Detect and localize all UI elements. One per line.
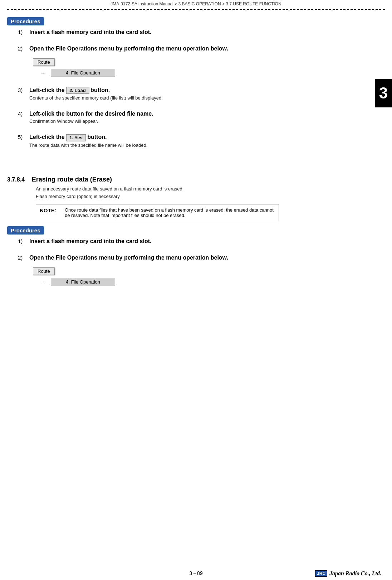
route-button-1[interactable]: Route <box>33 58 55 66</box>
step-1: 1) Insert a flash memory card into the c… <box>7 29 385 35</box>
step-2-num: 2) <box>18 45 29 77</box>
step-4-num: 4) <box>18 111 29 124</box>
step-5-num: 5) <box>18 134 29 148</box>
step-5: 5) Left-click the 1. Yes button. The rou… <box>7 134 385 148</box>
yes-button[interactable]: 1. Yes <box>66 134 86 141</box>
step-4-content: Left-click the button for the desired fi… <box>29 111 385 124</box>
section-378-heading: 3.7.8.4 Erasing route data (Erase) <box>7 176 385 183</box>
step-s2-2-num: 2) <box>18 255 29 286</box>
step-s2-1-content: Insert a flash memory card into the card… <box>29 238 385 245</box>
section-378-num: 3.7.8.4 <box>7 177 25 183</box>
procedures-badge-2: Procedures <box>7 226 44 235</box>
company-logo: JRC Japan Radio Co., Ltd. <box>315 570 381 577</box>
step-3-content: Left-click the 2. Load button. Contents … <box>29 87 385 101</box>
step-5-desc: The route data with the specified file n… <box>29 142 385 148</box>
step-1-title: Insert a flash memory card into the card… <box>29 29 385 35</box>
step-s2-2-content: Open the File Operations menu by perform… <box>29 255 385 286</box>
step-3-title: Left-click the 2. Load button. <box>29 87 385 94</box>
note-box: NOTE: Once route data files that have be… <box>36 204 279 221</box>
arrow-icon-1: → <box>40 70 46 76</box>
step-3: 3) Left-click the 2. Load button. Conten… <box>7 87 385 101</box>
step-s2-2-title: Open the File Operations menu by perform… <box>29 255 385 261</box>
section-378-title: Erasing route data (Erase) <box>32 176 112 183</box>
step-4-title: Left-click the button for the desired fi… <box>29 111 385 117</box>
file-operation-button-2[interactable]: 4. File Operation <box>51 278 115 286</box>
step-s2-1-num: 1) <box>18 238 29 245</box>
breadcrumb: JMA-9172-SA Instruction Manual > 3.BASIC… <box>0 0 392 7</box>
jrc-badge: JRC <box>315 570 327 577</box>
main-content: Procedures 1) Insert a flash memory card… <box>7 10 385 286</box>
arrow-row-2: → 4. File Operation <box>33 278 385 286</box>
section-378-desc2: Flash memory card (option) is necessary. <box>36 194 385 199</box>
company-name: Japan Radio Co., Ltd. <box>329 570 381 577</box>
step-2-title: Open the File Operations menu by perform… <box>29 45 385 52</box>
step-1-num: 1) <box>18 29 29 35</box>
file-operation-button-1[interactable]: 4. File Operation <box>51 69 115 77</box>
step-5-content: Left-click the 1. Yes button. The route … <box>29 134 385 148</box>
section-378-desc1: An unnecessary route data file saved on … <box>36 186 385 192</box>
step-2-content: Open the File Operations menu by perform… <box>29 45 385 77</box>
step-3-desc: Contents of the specified memory card (f… <box>29 95 385 101</box>
chapter-tab: 3 <box>375 79 392 107</box>
step-4-desc: Confirmation Window will appear. <box>29 119 385 124</box>
step-s2-1: 1) Insert a flash memory card into the c… <box>7 238 385 245</box>
page-number: 3－89 <box>189 570 202 577</box>
note-text: Once route data files that have been sav… <box>65 207 275 218</box>
step-1-content: Insert a flash memory card into the card… <box>29 29 385 35</box>
step-4: 4) Left-click the button for the desired… <box>7 111 385 124</box>
step-s2-2: 2) Open the File Operations menu by perf… <box>7 255 385 286</box>
step-2: 2) Open the File Operations menu by perf… <box>7 45 385 77</box>
step-s2-1-title: Insert a flash memory card into the card… <box>29 238 385 245</box>
arrow-icon-2: → <box>40 279 46 285</box>
note-label: NOTE: <box>40 207 61 218</box>
step-3-num: 3) <box>18 87 29 101</box>
procedures-badge-1: Procedures <box>7 17 44 25</box>
route-button-2[interactable]: Route <box>33 267 55 275</box>
load-button[interactable]: 2. Load <box>66 87 89 94</box>
step-5-title: Left-click the 1. Yes button. <box>29 134 385 141</box>
arrow-row-1: → 4. File Operation <box>33 69 385 77</box>
